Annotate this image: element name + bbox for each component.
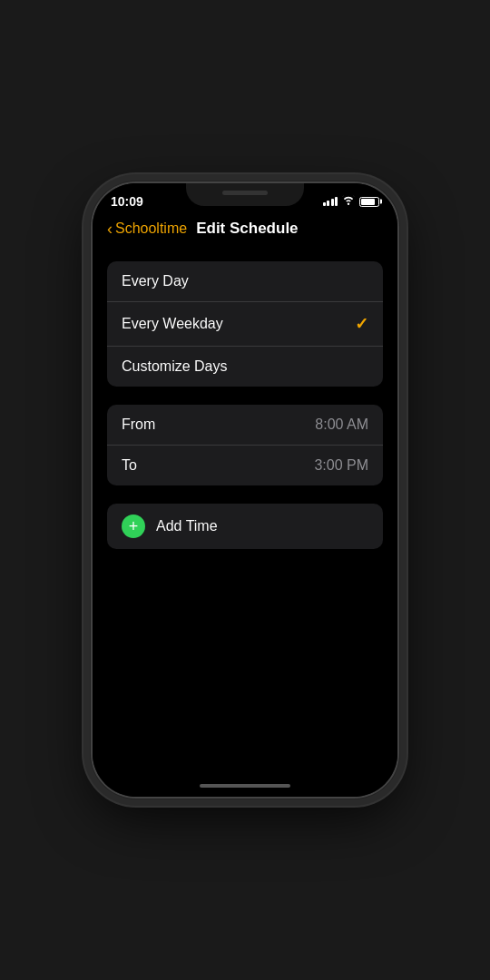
back-chevron-icon: ‹ (107, 220, 113, 237)
status-time: 10:09 (111, 194, 143, 209)
to-value: 3:00 PM (314, 457, 368, 474)
signal-bar-4 (335, 197, 338, 206)
from-label: From (122, 416, 155, 433)
wifi-icon (342, 195, 355, 208)
battery-icon (359, 197, 379, 207)
status-bar: 10:09 (93, 183, 397, 212)
to-label: To (122, 457, 137, 474)
schedule-options-group: Every Day Every Weekday ✓ Customize Days (107, 261, 383, 387)
signal-bar-2 (327, 201, 329, 206)
volume-up-button (91, 324, 93, 369)
power-button (397, 328, 399, 397)
checkmark-icon: ✓ (355, 314, 368, 334)
add-time-button[interactable]: + Add Time (107, 504, 383, 549)
screen: 10:09 ‹ Schooltime E (93, 183, 397, 797)
every-weekday-option[interactable]: Every Weekday ✓ (107, 302, 383, 347)
time-range-group: From 8:00 AM To 3:00 PM (107, 405, 383, 485)
every-day-label: Every Day (122, 273, 189, 289)
plus-icon: + (129, 518, 139, 534)
notch-speaker (222, 191, 268, 195)
customize-days-option[interactable]: Customize Days (107, 347, 383, 387)
signal-icon (323, 197, 338, 206)
every-weekday-label: Every Weekday (122, 316, 223, 332)
signal-bar-1 (323, 202, 326, 206)
every-day-option[interactable]: Every Day (107, 261, 383, 302)
battery-fill (361, 199, 375, 205)
nav-header: ‹ Schooltime Edit Schedule (93, 212, 397, 247)
content-area: Every Day Every Weekday ✓ Customize Days… (93, 247, 397, 777)
phone-frame: 10:09 ‹ Schooltime E (91, 181, 399, 799)
back-label: Schooltime (115, 220, 187, 237)
add-time-group: + Add Time (107, 504, 383, 549)
customize-days-label: Customize Days (122, 358, 227, 375)
add-circle-icon: + (122, 514, 145, 538)
mute-button (91, 283, 93, 310)
from-time-item[interactable]: From 8:00 AM (107, 405, 383, 446)
home-indicator (93, 777, 397, 797)
status-icons (323, 195, 380, 208)
signal-bar-3 (331, 199, 334, 206)
back-button[interactable]: ‹ Schooltime (107, 220, 187, 237)
page-title: Edit Schedule (196, 220, 298, 238)
volume-down-button (91, 378, 93, 424)
home-bar (200, 784, 290, 788)
add-time-label: Add Time (156, 518, 218, 534)
from-value: 8:00 AM (315, 416, 368, 433)
to-time-item[interactable]: To 3:00 PM (107, 446, 383, 485)
